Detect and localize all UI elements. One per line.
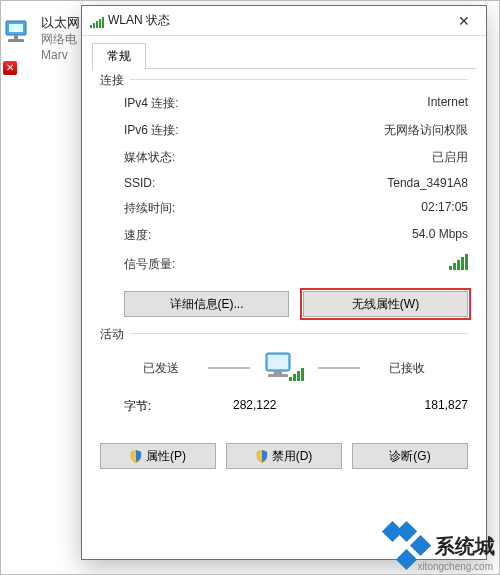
svg-rect-5 (268, 355, 288, 369)
watermark-url: xitongcheng.com (417, 561, 493, 572)
signal-label: 信号质量: (124, 256, 175, 273)
media-value: 已启用 (432, 149, 468, 166)
watermark: 系统城 xitongcheng.com (385, 524, 495, 568)
ethernet-icon (5, 15, 35, 49)
watermark-text: 系统城 (435, 533, 495, 560)
activity-group: 活动 已发送 (100, 333, 468, 417)
bg-line3: Marv (41, 47, 80, 63)
svg-rect-6 (274, 371, 282, 374)
diagnose-button[interactable]: 诊断(G) (352, 443, 468, 469)
disable-button[interactable]: 禁用(D) (226, 443, 342, 469)
tab-bar: 常规 (82, 36, 486, 69)
duration-label: 持续时间: (124, 200, 175, 217)
svg-rect-3 (8, 39, 24, 42)
window-title: WLAN 状态 (108, 12, 170, 29)
ipv6-value: 无网络访问权限 (384, 122, 468, 139)
titlebar: WLAN 状态 ✕ (82, 6, 486, 36)
sent-label: 已发送 (126, 360, 196, 377)
wifi-icon (90, 13, 104, 28)
ipv4-label: IPv4 连接: (124, 95, 179, 112)
shield-icon (256, 450, 268, 463)
svg-rect-8 (289, 377, 292, 381)
sent-bytes: 282,122 (151, 398, 358, 415)
ssid-value: Tenda_3491A8 (387, 176, 468, 190)
bytes-label: 字节: (124, 398, 151, 415)
bg-title: 以太网 (41, 15, 80, 31)
speed-label: 速度: (124, 227, 151, 244)
recv-bytes: 181,827 (358, 398, 468, 415)
ipv4-value: Internet (427, 95, 468, 112)
close-button[interactable]: ✕ (442, 6, 486, 36)
connection-group: 连接 IPv4 连接: Internet IPv6 连接: 无网络访问权限 媒体… (100, 79, 468, 321)
duration-value: 02:17:05 (421, 200, 468, 217)
error-x-icon: ✕ (3, 61, 17, 75)
bg-ethernet-item[interactable]: 以太网 网络电 Marv (5, 15, 80, 63)
svg-rect-7 (268, 374, 288, 377)
activity-legend: 活动 (100, 326, 130, 343)
svg-rect-11 (301, 368, 304, 381)
media-label: 媒体状态: (124, 149, 175, 166)
details-button[interactable]: 详细信息(E)... (124, 291, 289, 317)
ipv6-label: IPv6 连接: (124, 122, 179, 139)
bg-line2: 网络电 (41, 31, 80, 47)
wireless-properties-button[interactable]: 无线属性(W) (303, 291, 468, 317)
signal-bars-icon (449, 255, 468, 270)
speed-value: 54.0 Mbps (412, 227, 468, 244)
netactivity-pc-icon (262, 350, 306, 386)
wlan-status-dialog: WLAN 状态 ✕ 常规 连接 IPv4 连接: Internet IPv6 连… (81, 5, 487, 560)
tab-general[interactable]: 常规 (92, 43, 146, 70)
recv-label: 已接收 (372, 360, 442, 377)
shield-icon (130, 450, 142, 463)
svg-rect-1 (9, 24, 23, 32)
properties-button[interactable]: 属性(P) (100, 443, 216, 469)
ssid-label: SSID: (124, 176, 155, 190)
svg-rect-2 (14, 35, 18, 39)
connection-legend: 连接 (100, 72, 130, 89)
svg-rect-9 (293, 374, 296, 381)
svg-rect-10 (297, 371, 300, 381)
